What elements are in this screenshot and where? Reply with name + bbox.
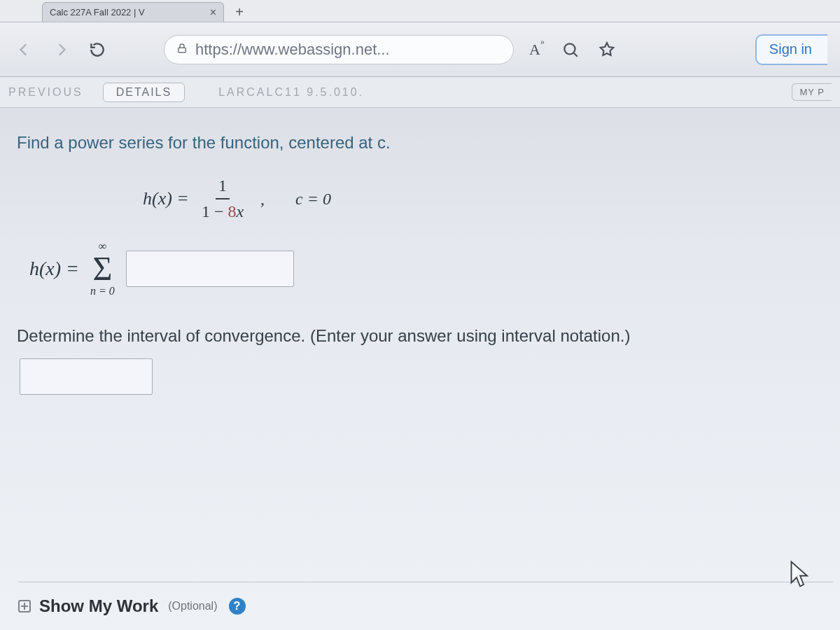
- fraction-numerator: 1: [216, 176, 230, 200]
- back-button[interactable]: [13, 38, 36, 62]
- center-value: c = 0: [295, 190, 331, 209]
- forward-button[interactable]: [49, 38, 73, 62]
- new-tab-button[interactable]: +: [230, 2, 249, 22]
- assignment-subnav: PREVIOUS DETAILS LARCALC11 9.5.010. MY P: [0, 77, 840, 108]
- svg-rect-0: [178, 48, 186, 52]
- show-my-work-panel: Show My Work (Optional) ?: [18, 582, 833, 616]
- help-icon[interactable]: ?: [229, 598, 246, 615]
- browser-tab[interactable]: Calc 227A Fall 2022 | V ×: [42, 2, 224, 22]
- show-my-work-title[interactable]: Show My Work: [39, 596, 158, 616]
- toolbar-right-icons: A»: [529, 39, 617, 60]
- function-definition: h(x) = 1 1 − 8x , c = 0: [17, 176, 823, 221]
- question-content: Find a power series for the function, ce…: [0, 108, 840, 412]
- tab-title: Calc 227A Fall 2022 | V: [50, 7, 145, 18]
- plus-icon: +: [235, 4, 244, 20]
- question-reference: LARCALC11 9.5.010.: [218, 86, 364, 99]
- series-lhs: h(x) =: [29, 258, 79, 280]
- tab-strip: Calc 227A Fall 2022 | V × +: [0, 0, 840, 22]
- fraction: 1 1 − 8x: [202, 176, 244, 221]
- lock-icon: [176, 41, 188, 59]
- convergence-prompt: Determine the interval of convergence. (…: [17, 326, 823, 346]
- show-my-work-subtitle: (Optional): [168, 600, 217, 612]
- svg-point-1: [564, 43, 575, 54]
- browser-toolbar: A» Sign in: [0, 22, 840, 77]
- series-answer-row: h(x) = ∞ Σ n = 0: [17, 241, 823, 297]
- trailing-comma: ,: [260, 190, 265, 209]
- expand-toggle-icon[interactable]: [18, 600, 31, 612]
- series-term-input[interactable]: [126, 251, 294, 287]
- refresh-button[interactable]: [85, 38, 109, 62]
- breadcrumb: PREVIOUS: [8, 86, 83, 99]
- interval-input[interactable]: [20, 358, 153, 395]
- question-prompt: Find a power series for the function, ce…: [17, 133, 823, 153]
- function-lhs: h(x) =: [143, 188, 189, 209]
- zoom-icon[interactable]: [560, 39, 581, 60]
- fraction-denominator: 1 − 8x: [202, 200, 244, 221]
- url-input[interactable]: [195, 41, 502, 59]
- address-bar[interactable]: [164, 35, 514, 64]
- sigma-icon: ∞ Σ n = 0: [90, 241, 115, 297]
- close-icon[interactable]: ×: [210, 6, 216, 19]
- sign-in-button[interactable]: Sign in: [755, 34, 827, 65]
- details-button[interactable]: DETAILS: [103, 83, 186, 102]
- my-progress-badge: MY P: [792, 83, 832, 101]
- read-aloud-button[interactable]: A»: [529, 41, 545, 59]
- favorite-icon[interactable]: [596, 39, 617, 60]
